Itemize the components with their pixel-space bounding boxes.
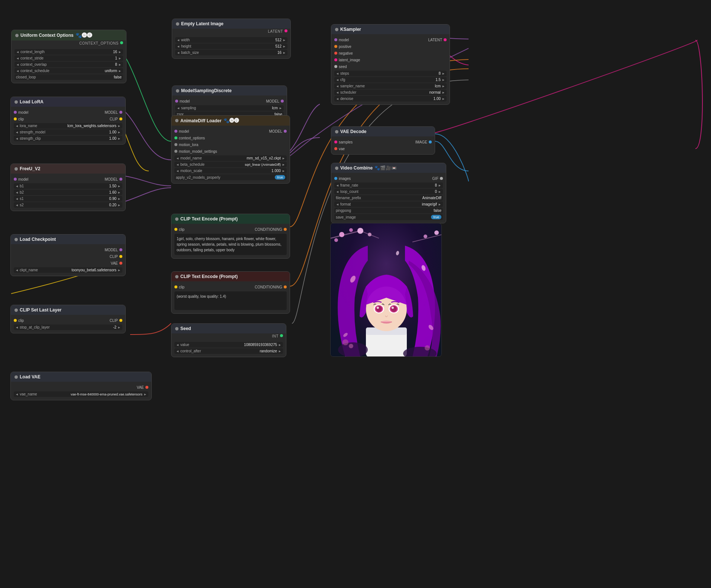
video-combine-node: Video Combine 🐾🎬🎥📼 images GIF ◄ frame_ra… [331, 163, 446, 223]
svg-point-11 [424, 235, 427, 238]
model-in-port [14, 111, 17, 114]
node-title: ModelSamplingDiscrete [181, 88, 232, 93]
context-options-label: CONTEXT_OPTIONS [79, 41, 119, 45]
model-name-field[interactable]: ◄ model_name mm_sd_v15_v2.ckpt ► [174, 155, 287, 161]
field-inc-arrow[interactable]: ► [118, 50, 122, 54]
scheduler-field[interactable]: ◄ scheduler normal ► [334, 90, 447, 95]
clip-in-port [174, 228, 177, 231]
clip-out-port [119, 319, 122, 322]
filename-prefix-field[interactable]: filename_prefix AnimateDiff [334, 195, 443, 201]
b1-field[interactable]: ◄ b1 1.50 ► [14, 183, 122, 189]
node-header: ModelSamplingDiscrete [172, 86, 287, 96]
node-header: CLIP Set Last Layer [11, 305, 125, 315]
model-in-port [334, 38, 337, 41]
closed-loop-field[interactable]: closed_loop false [15, 74, 123, 80]
node-canvas: Uniform Context Options 🐾🅐🅑 CONTEXT_OPTI… [0, 0, 711, 588]
negative-prompt-text[interactable]: (worst quality, low quality: 1.4) [174, 291, 287, 310]
motion-lora-in-port [174, 143, 177, 146]
context-schedule-field[interactable]: ◄ context_schedule uniform ► [15, 68, 123, 74]
clip-text-encode-positive-node: CLIP Text Encode (Prompt) clip CONDITION… [171, 214, 290, 259]
beta-schedule-field[interactable]: ◄ beta_schedule sqrt_linear (AnimateDiff… [174, 162, 287, 167]
apply-v2-toggle[interactable]: true [275, 175, 285, 180]
images-in-port [334, 177, 337, 180]
context-options-port [120, 41, 123, 44]
seed-value-field[interactable]: ◄ value 1080859193369275 ► [174, 342, 283, 348]
svg-point-31 [342, 339, 348, 345]
pingpong-field[interactable]: pingpong false [334, 208, 443, 213]
clip-port-row: clip CLIP [14, 116, 122, 122]
strength-model-field[interactable]: ◄ strength_model 1.00 ► [14, 129, 122, 135]
s1-field[interactable]: ◄ s1 0.90 ► [14, 196, 122, 201]
model-port-row: model MODEL [14, 109, 122, 116]
conditioning-out-port [284, 285, 287, 288]
node-header: Load VAE [11, 372, 151, 382]
vae-out-port [145, 386, 148, 389]
frame-rate-field[interactable]: ◄ frame_rate 8 ► [334, 182, 443, 188]
context-overlap-field[interactable]: ◄ context_overlap 8 ► [15, 62, 123, 67]
samples-in-port [334, 140, 337, 143]
node-title: Load Checkpoint [20, 237, 56, 242]
sampler-name-field[interactable]: ◄ sampler_name lcm ► [334, 83, 447, 89]
clip-in-port [14, 117, 17, 120]
strength-clip-field[interactable]: ◄ strength_clip 1.00 ► [14, 136, 122, 141]
b2-field[interactable]: ◄ b2 1.60 ► [14, 190, 122, 195]
format-field[interactable]: ◄ format image/gif ► [334, 201, 443, 207]
svg-point-18 [376, 306, 382, 312]
control-after-field[interactable]: ◄ control_after randomize ► [174, 348, 283, 354]
seed-in-port [334, 65, 337, 68]
load-checkpoint-node: Load Checkpoint MODEL CLIP VAE [10, 234, 126, 276]
model-out-port [281, 100, 284, 103]
steps-field[interactable]: ◄ steps 8 ► [334, 71, 447, 76]
batch-size-field[interactable]: ◄ batch_size 16 ► [175, 50, 287, 55]
node-title: Load LoRA [20, 99, 44, 104]
lora-name-field[interactable]: ◄ lora_name lcm_lora_weights.safetensors… [14, 123, 122, 129]
node-body: images GIF ◄ frame_rate 8 ► ◄ loop_count… [331, 173, 446, 223]
denoise-field[interactable]: ◄ denoise 1.00 ► [334, 96, 447, 101]
context-length-field[interactable]: ◄ context_length 16 ► [15, 49, 123, 55]
save-image-field[interactable]: save_image true [334, 214, 443, 220]
preview-image-svg [331, 223, 442, 357]
model-in-port [175, 100, 178, 103]
node-body: ◄ context_length 16 ► ◄ context_stride 1… [12, 46, 126, 83]
width-field[interactable]: ◄ width 512 ► [175, 37, 287, 43]
motion-model-settings-in-port [174, 150, 177, 153]
node-title: FreeU_V2 [20, 166, 40, 171]
stop-at-clip-layer-field[interactable]: ◄ stop_at_clip_layer -2 ► [14, 324, 122, 330]
loop-count-field[interactable]: ◄ loop_count 0 ► [334, 189, 443, 194]
svg-point-7 [357, 228, 363, 234]
uniform-context-options-node: Uniform Context Options 🐾🅐🅑 CONTEXT_OPTI… [11, 30, 126, 83]
positive-in-port [334, 45, 337, 48]
node-header: Seed [171, 324, 286, 333]
node-header: CLIP Text Encode (Prompt) [171, 272, 290, 281]
node-header: AnimateDiff Loader 🐾🅐🅑 [171, 116, 290, 126]
node-body: samples IMAGE vae [331, 136, 435, 154]
model-out-port [284, 130, 287, 133]
vae-name-field[interactable]: ◄ vae_name vae-ft-mse-840000-ema-pruned.… [14, 391, 148, 397]
sampling-field[interactable]: ◄ sampling lcm ► [175, 105, 284, 111]
node-title: CLIP Text Encode (Prompt) [180, 216, 238, 222]
cfg-field[interactable]: ◄ cfg 1.5 ► [334, 77, 447, 83]
node-body: MODEL CLIP VAE ◄ ckpt_name [11, 244, 125, 276]
positive-prompt-text[interactable]: 1girl, solo, cherry blossom, hanami, pin… [174, 234, 287, 255]
animatediff-loader-node: AnimateDiff Loader 🐾🅐🅑 model MODEL conte… [171, 115, 290, 184]
ckpt-name-field[interactable]: ◄ ckpt_name toonyou_beta6.safetensors ► [14, 267, 122, 273]
gif-out-port [440, 177, 443, 180]
empty-latent-image-node: Empty Latent Image LATENT ◄ width 512 ► … [172, 19, 291, 59]
node-title: CLIP Set Last Layer [20, 307, 62, 313]
field-dec-arrow[interactable]: ◄ [16, 50, 19, 54]
node-title: KSampler [340, 27, 361, 32]
height-field[interactable]: ◄ height 512 ► [175, 43, 287, 49]
save-image-toggle[interactable]: true [431, 215, 441, 219]
svg-point-33 [425, 345, 430, 350]
clip-set-last-layer-node: CLIP Set Last Layer clip CLIP ◄ stop_at_… [10, 305, 126, 333]
motion-scale-field[interactable]: ◄ motion_scale 1.000 ► [174, 168, 287, 174]
node-body: ◄ width 512 ► ◄ height 512 ► ◄ batch_siz… [172, 34, 290, 58]
apply-v2-field[interactable]: apply_v2_models_properly true [174, 174, 287, 180]
node-body: clip CONDITIONING (worst quality, low qu… [171, 281, 290, 313]
s2-field[interactable]: ◄ s2 0.20 ► [14, 202, 122, 208]
context-stride-field[interactable]: ◄ context_stride 1 ► [15, 55, 123, 61]
node-title: CLIP Text Encode (Prompt) [180, 274, 238, 279]
node-body: clip CONDITIONING 1girl, solo, cherry bl… [171, 224, 290, 258]
node-header: VAE Decode [331, 127, 435, 136]
node-body: clip CLIP ◄ stop_at_clip_layer -2 ► [11, 315, 125, 333]
